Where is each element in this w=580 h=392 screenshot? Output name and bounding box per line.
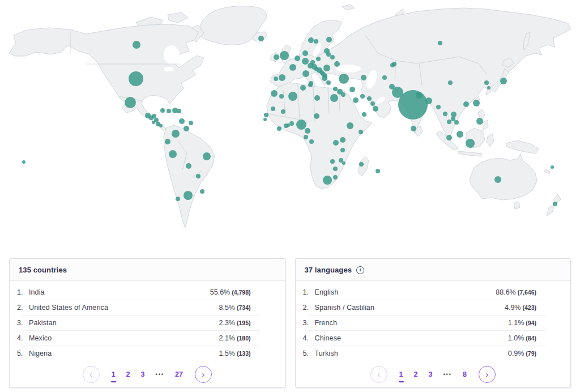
map-bubble[interactable]	[362, 112, 366, 117]
map-bubble[interactable]	[373, 106, 378, 112]
map-bubble[interactable]	[314, 95, 320, 101]
map-bubble[interactable]	[203, 152, 211, 160]
map-bubble[interactable]	[484, 80, 489, 85]
map-bubble[interactable]	[308, 37, 314, 43]
page-number-2[interactable]: 2	[414, 370, 418, 378]
map-bubble[interactable]	[309, 81, 313, 86]
map-bubble[interactable]	[176, 197, 180, 201]
map-bubble[interactable]	[454, 120, 459, 125]
map-bubble[interactable]	[376, 169, 380, 173]
map-bubble[interactable]	[447, 120, 451, 124]
map-bubble[interactable]	[305, 128, 310, 134]
map-bubble[interactable]	[314, 113, 319, 119]
map-bubble[interactable]	[398, 90, 428, 120]
page-number-1[interactable]: 1	[399, 370, 403, 378]
map-bubble[interactable]	[323, 65, 330, 71]
map-bubble[interactable]	[271, 90, 278, 97]
map-bubble[interactable]	[263, 118, 267, 121]
map-bubble[interactable]	[129, 71, 143, 86]
map-bubble[interactable]	[302, 50, 308, 56]
map-bubble[interactable]	[277, 126, 282, 131]
map-bubble[interactable]	[451, 112, 457, 117]
map-bubble[interactable]	[367, 96, 372, 101]
map-bubble[interactable]	[425, 97, 432, 104]
map-bubble[interactable]	[361, 75, 366, 80]
map-bubble[interactable]	[340, 148, 345, 152]
map-bubble[interactable]	[288, 92, 297, 101]
map-bubble[interactable]	[476, 118, 483, 125]
map-bubble[interactable]	[333, 140, 339, 146]
map-bubble[interactable]	[330, 159, 335, 164]
map-bubble[interactable]	[353, 97, 359, 103]
map-bubble[interactable]	[339, 74, 349, 84]
map-bubble[interactable]	[196, 174, 201, 178]
map-bubble[interactable]	[316, 57, 321, 61]
map-bubble[interactable]	[411, 126, 416, 131]
map-bubble[interactable]	[22, 160, 25, 164]
map-bubble[interactable]	[281, 109, 285, 114]
map-bubble[interactable]	[487, 86, 491, 90]
map-bubble[interactable]	[279, 94, 284, 99]
prev-page-button[interactable]: ‹	[370, 366, 387, 383]
map-bubble[interactable]	[463, 101, 469, 107]
page-number-1[interactable]: 1	[112, 370, 116, 378]
map-bubble[interactable]	[334, 61, 340, 67]
map-bubble[interactable]	[160, 108, 165, 113]
map-bubble[interactable]	[438, 41, 442, 45]
map-bubble[interactable]	[382, 75, 387, 80]
map-bubble[interactable]	[125, 97, 136, 108]
map-bubble[interactable]	[152, 121, 155, 124]
map-bubble[interactable]	[274, 54, 279, 60]
map-bubble[interactable]	[314, 39, 318, 44]
map-bubble[interactable]	[339, 158, 343, 163]
map-bubble[interactable]	[347, 122, 353, 129]
map-bubble[interactable]	[416, 92, 423, 99]
map-bubble[interactable]	[279, 74, 285, 81]
map-bubble[interactable]	[133, 41, 140, 49]
map-bubble[interactable]	[466, 139, 475, 148]
map-bubble[interactable]	[189, 121, 193, 125]
map-bubble[interactable]	[333, 167, 338, 171]
map-bubble[interactable]	[300, 85, 306, 91]
map-bubble[interactable]	[326, 37, 332, 42]
map-bubble[interactable]	[287, 123, 290, 127]
map-bubble[interactable]	[258, 36, 264, 41]
map-bubble[interactable]	[553, 202, 557, 206]
prev-page-button[interactable]: ‹	[83, 366, 100, 383]
page-number-8[interactable]: 8	[463, 370, 467, 378]
map-bubble[interactable]	[473, 100, 480, 106]
map-bubble[interactable]	[289, 121, 294, 126]
map-bubble[interactable]	[289, 64, 296, 71]
map-bubble[interactable]	[280, 51, 289, 60]
map-bubble[interactable]	[264, 113, 268, 117]
page-number-27[interactable]: 27	[175, 370, 183, 378]
next-page-button[interactable]: ›	[479, 366, 496, 383]
map-bubble[interactable]	[360, 94, 365, 99]
map-bubble[interactable]	[167, 109, 171, 113]
map-bubble[interactable]	[551, 165, 554, 169]
map-bubble[interactable]	[359, 130, 363, 134]
map-bubble[interactable]	[342, 161, 346, 165]
map-bubble[interactable]	[172, 130, 180, 138]
map-bubble[interactable]	[177, 109, 181, 113]
map-bubble[interactable]	[446, 135, 452, 140]
next-page-button[interactable]: ›	[195, 366, 212, 383]
map-bubble[interactable]	[322, 75, 327, 81]
map-bubble[interactable]	[500, 78, 507, 84]
map-bubble[interactable]	[333, 175, 338, 180]
map-bubble[interactable]	[333, 87, 338, 91]
map-bubble[interactable]	[302, 70, 309, 77]
page-number-3[interactable]: 3	[429, 370, 433, 378]
map-bubble[interactable]	[296, 120, 306, 130]
map-bubble[interactable]	[274, 76, 278, 81]
map-bubble[interactable]	[359, 162, 364, 167]
map-bubble[interactable]	[326, 80, 331, 85]
map-bubble[interactable]	[169, 150, 177, 158]
map-bubble[interactable]	[390, 63, 395, 67]
map-bubble[interactable]	[457, 131, 463, 138]
map-bubble[interactable]	[436, 105, 441, 109]
map-bubble[interactable]	[302, 58, 309, 65]
map-bubble[interactable]	[443, 112, 447, 116]
map-bubble[interactable]	[186, 163, 191, 169]
map-bubble[interactable]	[200, 189, 204, 194]
